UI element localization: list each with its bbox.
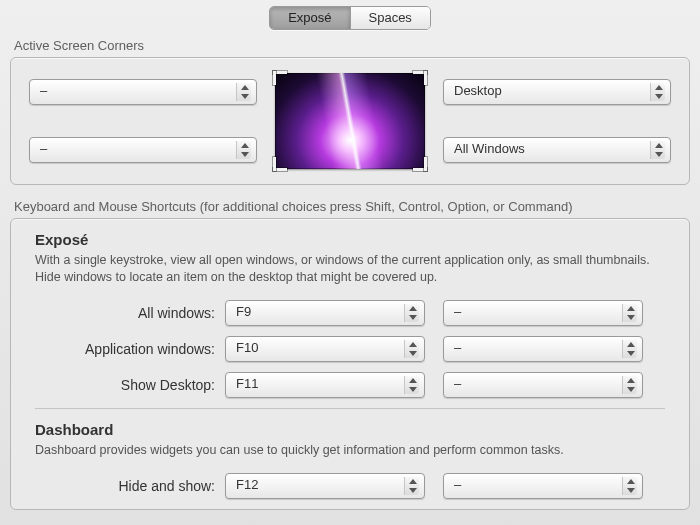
hide-and-show-mouse-popup[interactable]: – — [443, 473, 643, 499]
updown-arrows-icon — [625, 340, 635, 358]
application-windows-mouse-popup[interactable]: – — [443, 336, 643, 362]
updown-arrows-icon — [239, 141, 249, 159]
show-desktop-mouse-value: – — [454, 376, 461, 391]
row-application-windows: Application windows: F10 – — [35, 336, 665, 362]
corner-marker-icon — [273, 157, 287, 171]
tab-bar: Exposé Spaces — [10, 0, 690, 38]
updown-arrows-icon — [653, 141, 663, 159]
corner-bottom-right-popup[interactable]: All Windows — [443, 137, 671, 163]
application-windows-key-popup[interactable]: F10 — [225, 336, 425, 362]
updown-arrows-icon — [625, 477, 635, 495]
updown-arrows-icon — [407, 304, 417, 322]
expose-heading: Exposé — [35, 231, 665, 248]
hide-and-show-label: Hide and show: — [35, 478, 225, 494]
corner-top-right-value: Desktop — [454, 83, 502, 98]
application-windows-mouse-value: – — [454, 340, 461, 355]
updown-arrows-icon — [625, 304, 635, 322]
updown-arrows-icon — [407, 340, 417, 358]
hide-and-show-key-value: F12 — [236, 477, 258, 492]
active-screen-corners-label: Active Screen Corners — [10, 38, 690, 57]
row-hide-and-show: Hide and show: F12 – — [35, 473, 665, 499]
corner-bottom-left-popup[interactable]: – — [29, 137, 257, 163]
shortcuts-section-label: Keyboard and Mouse Shortcuts (for additi… — [10, 199, 690, 218]
application-windows-key-value: F10 — [236, 340, 258, 355]
corner-marker-icon — [413, 71, 427, 85]
corner-marker-icon — [413, 157, 427, 171]
updown-arrows-icon — [407, 477, 417, 495]
expose-spaces-prefpane: Exposé Spaces Active Screen Corners – De… — [0, 0, 700, 525]
corner-bottom-left-value: – — [40, 141, 47, 156]
updown-arrows-icon — [239, 83, 249, 101]
dashboard-heading: Dashboard — [35, 421, 665, 438]
show-desktop-mouse-popup[interactable]: – — [443, 372, 643, 398]
tab-spaces[interactable]: Spaces — [350, 7, 430, 29]
show-desktop-key-value: F11 — [236, 376, 258, 391]
shortcuts-group: Exposé With a single keystroke, view all… — [10, 218, 690, 510]
desktop-preview — [275, 73, 425, 169]
tab-expose[interactable]: Exposé — [270, 7, 349, 29]
hot-corners-group: – Desktop – All Windows — [10, 57, 690, 185]
all-windows-key-popup[interactable]: F9 — [225, 300, 425, 326]
corner-marker-icon — [273, 71, 287, 85]
show-desktop-key-popup[interactable]: F11 — [225, 372, 425, 398]
corner-top-left-popup[interactable]: – — [29, 79, 257, 105]
hide-and-show-mouse-value: – — [454, 477, 461, 492]
divider — [35, 408, 665, 409]
row-all-windows: All windows: F9 – — [35, 300, 665, 326]
dashboard-description: Dashboard provides widgets you can use t… — [35, 442, 665, 459]
all-windows-mouse-popup[interactable]: – — [443, 300, 643, 326]
corner-top-left-value: – — [40, 83, 47, 98]
row-show-desktop: Show Desktop: F11 – — [35, 372, 665, 398]
all-windows-label: All windows: — [35, 305, 225, 321]
corner-bottom-right-value: All Windows — [454, 141, 525, 156]
all-windows-key-value: F9 — [236, 304, 251, 319]
all-windows-mouse-value: – — [454, 304, 461, 319]
show-desktop-label: Show Desktop: — [35, 377, 225, 393]
application-windows-label: Application windows: — [35, 341, 225, 357]
expose-description: With a single keystroke, view all open w… — [35, 252, 665, 286]
hide-and-show-key-popup[interactable]: F12 — [225, 473, 425, 499]
corner-top-right-popup[interactable]: Desktop — [443, 79, 671, 105]
updown-arrows-icon — [625, 376, 635, 394]
segmented-control: Exposé Spaces — [269, 6, 431, 30]
updown-arrows-icon — [407, 376, 417, 394]
updown-arrows-icon — [653, 83, 663, 101]
